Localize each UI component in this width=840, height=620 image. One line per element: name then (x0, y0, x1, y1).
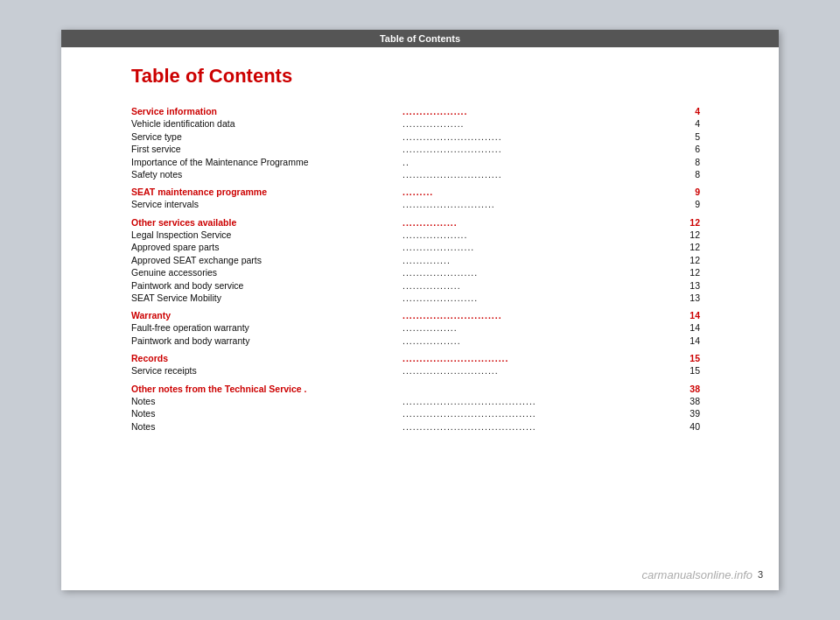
toc-row: First service...........................… (131, 143, 709, 155)
toc-entry-page: 6 (682, 143, 709, 155)
toc-entry-label: Genuine accessories (131, 266, 402, 278)
toc-table: Service information...................4V… (131, 100, 709, 433)
toc-entry-page: 12 (682, 266, 709, 278)
toc-entry-page: 12 (682, 229, 709, 241)
toc-entry-page: 15 (682, 364, 709, 377)
page-number: 3 (758, 569, 763, 580)
toc-entry-page: 9 (682, 180, 709, 198)
toc-entry-page: 12 (682, 211, 709, 229)
toc-entry-dots: ...................... (402, 292, 682, 304)
toc-entry-page: 4 (682, 100, 709, 117)
toc-entry-dots (402, 377, 682, 395)
toc-entry-label: Approved SEAT exchange parts (131, 254, 402, 266)
toc-row: Records...............................15 (131, 347, 709, 364)
header-title: Table of Contents (380, 33, 460, 44)
toc-entry-label: Other services available (131, 211, 402, 229)
toc-entry-page: 38 (682, 395, 709, 407)
toc-entry-label: Notes (131, 395, 402, 407)
toc-row: Warranty.............................14 (131, 304, 709, 321)
toc-entry-dots: ................ (402, 211, 682, 229)
toc-entry-dots: ...................... (402, 266, 682, 278)
toc-entry-page: 12 (682, 241, 709, 253)
toc-entry-label: Legal Inspection Service (131, 229, 402, 241)
toc-entry-label: Warranty (131, 304, 402, 321)
toc-entry-label: Importance of the Maintenance Programme (131, 155, 402, 167)
toc-row: Service information...................4 (131, 100, 709, 117)
toc-row: SEAT maintenance programme.........9 (131, 180, 709, 198)
toc-entry-page: 8 (682, 168, 709, 180)
toc-row: Legal Inspection Service................… (131, 229, 709, 241)
toc-entry-dots: ............................. (402, 130, 682, 143)
toc-row: Notes...................................… (131, 395, 709, 407)
toc-entry-label: Paintwork and body warranty (131, 335, 402, 347)
toc-entry-dots: ............................... (402, 347, 682, 364)
content: Table of Contents Service information...… (61, 47, 779, 450)
toc-entry-page: 14 (682, 321, 709, 334)
toc-row: Other services available................… (131, 211, 709, 229)
toc-entry-dots: ....................................... (402, 395, 682, 407)
toc-entry-dots: ................ (402, 321, 682, 334)
toc-row: Approved spare parts....................… (131, 241, 709, 253)
toc-entry-label: Other notes from the Technical Service . (131, 377, 402, 395)
header-bar: Table of Contents (61, 30, 779, 47)
toc-row: SEAT Service Mobility...................… (131, 292, 709, 304)
toc-entry-dots: ................. (402, 278, 682, 291)
toc-row: Other notes from the Technical Service .… (131, 377, 709, 395)
toc-entry-label: Records (131, 347, 402, 364)
toc-entry-page: 13 (682, 278, 709, 291)
toc-entry-label: Notes (131, 420, 402, 433)
toc-entry-page: 39 (682, 407, 709, 419)
toc-entry-page: 5 (682, 130, 709, 143)
toc-entry-dots: ................... (402, 229, 682, 241)
toc-entry-page: 9 (682, 198, 709, 210)
toc-entry-page: 15 (682, 347, 709, 364)
toc-entry-dots: ................. (402, 335, 682, 347)
toc-entry-dots: ....................................... (402, 407, 682, 419)
toc-entry-page: 13 (682, 292, 709, 304)
toc-entry-label: Approved spare parts (131, 241, 402, 253)
toc-row: Service type............................… (131, 130, 709, 143)
toc-row: Fault-free operation warranty...........… (131, 321, 709, 334)
toc-entry-page: 14 (682, 304, 709, 321)
toc-row: Vehicle identification data.............… (131, 117, 709, 130)
toc-entry-label: Paintwork and body service (131, 278, 402, 291)
toc-entry-label: First service (131, 143, 402, 155)
page: Table of Contents Table of Contents Serv… (61, 30, 779, 590)
toc-entry-dots: ............................. (402, 168, 682, 180)
toc-entry-page: 38 (682, 377, 709, 395)
toc-row: Notes...................................… (131, 420, 709, 433)
toc-entry-label: SEAT maintenance programme (131, 180, 402, 198)
toc-entry-label: Service information (131, 100, 402, 117)
toc-entry-page: 12 (682, 254, 709, 266)
toc-row: Paintwork and body warranty.............… (131, 335, 709, 347)
toc-entry-label: Fault-free operation warranty (131, 321, 402, 334)
toc-row: Importance of the Maintenance Programme.… (131, 155, 709, 167)
toc-entry-dots: ................... (402, 100, 682, 117)
toc-row: Paintwork and body service..............… (131, 278, 709, 291)
toc-entry-label: Service type (131, 130, 402, 143)
toc-entry-dots: ..................... (402, 241, 682, 253)
toc-entry-dots: ............................ (402, 364, 682, 377)
toc-entry-dots: .............. (402, 254, 682, 266)
toc-entry-label: Safety notes (131, 168, 402, 180)
toc-entry-dots: ............................. (402, 143, 682, 155)
toc-entry-label: Service receipts (131, 364, 402, 377)
toc-entry-page: 40 (682, 420, 709, 433)
toc-entry-page: 14 (682, 335, 709, 347)
toc-row: Approved SEAT exchange parts............… (131, 254, 709, 266)
toc-row: Service intervals.......................… (131, 198, 709, 210)
toc-entry-dots: .................. (402, 117, 682, 130)
page-title: Table of Contents (131, 65, 709, 88)
toc-entry-dots: ....................................... (402, 420, 682, 433)
toc-row: Service receipts........................… (131, 364, 709, 377)
toc-entry-label: SEAT Service Mobility (131, 292, 402, 304)
toc-entry-dots: ......... (402, 180, 682, 198)
toc-row: Genuine accessories.....................… (131, 266, 709, 278)
toc-entry-label: Notes (131, 407, 402, 419)
toc-entry-dots: ........................... (402, 198, 682, 210)
toc-row: Safety notes............................… (131, 168, 709, 180)
toc-row: Notes...................................… (131, 407, 709, 419)
toc-entry-label: Service intervals (131, 198, 402, 210)
toc-entry-page: 4 (682, 117, 709, 130)
toc-entry-page: 8 (682, 155, 709, 167)
